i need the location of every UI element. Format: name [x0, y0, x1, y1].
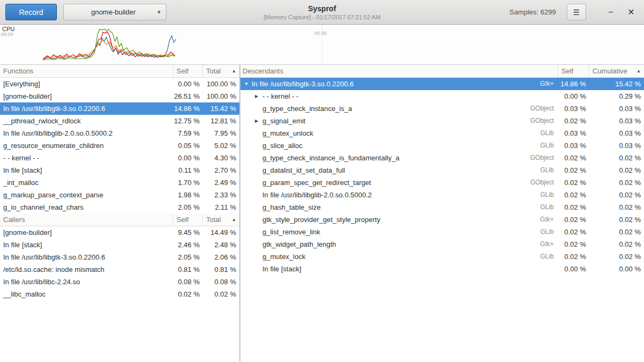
descendants-self-header-label: Self: [561, 65, 573, 77]
functions-total-column-header[interactable]: Total ▲: [203, 65, 239, 77]
descendant-row[interactable]: In file /usr/lib/libglib-2.0.so.0.5000.2…: [240, 189, 644, 201]
caller-total-value: 2.48 %: [203, 239, 239, 251]
functions-table-header: Functions Self Total ▲: [0, 65, 239, 78]
function-row[interactable]: In file /usr/lib/libgtk-3.so.0.2200.6 14…: [0, 102, 239, 115]
expander-icon[interactable]: ▶: [253, 90, 262, 102]
caller-row[interactable]: /etc/ld.so.cache: inode mismatch 0.81 % …: [0, 263, 239, 276]
caller-name: [gnome-builder]: [0, 226, 173, 239]
record-button[interactable]: Record: [5, 4, 57, 20]
descendant-cumulative-value: 0.02 %: [589, 213, 644, 226]
caller-row[interactable]: In file /usr/lib/libgtk-3.so.0.2200.6 2.…: [0, 251, 239, 263]
caller-row[interactable]: In file /usr/lib/libc-2.24.so 0.08 % 0.0…: [0, 276, 239, 288]
function-row[interactable]: In file [stack] 0.11 % 2.70 %: [0, 164, 239, 176]
descendant-cumulative-value: 0.02 %: [589, 238, 644, 250]
descendant-row[interactable]: g_type_check_instance_is_a GObject 0.03 …: [240, 102, 644, 115]
function-self-value: 1.98 %: [173, 189, 203, 201]
descendant-row[interactable]: gtk_style_provider_get_style_property Gt…: [240, 213, 644, 226]
descendant-name-cell: gtk_widget_path_length Gtk+: [240, 238, 558, 250]
cpu-timeline-graph[interactable]: CPU 00:00 00:30: [0, 25, 644, 65]
function-row[interactable]: __pthread_rwlock_rdlock 12.75 % 12.81 %: [0, 115, 239, 127]
descendant-cumulative-value: 0.02 %: [589, 201, 644, 213]
descendant-row[interactable]: gtk_widget_path_length Gtk+ 0.02 % 0.02 …: [240, 238, 644, 250]
menu-button[interactable]: ☰: [567, 4, 586, 20]
descendant-self-value: 0.02 %: [558, 226, 589, 238]
descendant-name: g_mutex_lock: [262, 250, 305, 263]
function-row[interactable]: _int_malloc 1.70 % 2.49 %: [0, 176, 239, 189]
descendant-row[interactable]: g_slice_alloc GLib 0.03 % 0.03 %: [240, 139, 644, 152]
functions-column-header[interactable]: Functions: [0, 65, 173, 77]
function-name: g_markup_parse_context_parse: [0, 189, 173, 201]
descendant-cumulative-value: 0.02 %: [589, 250, 644, 263]
descendant-name-cell: g_list_remove_link GLib: [240, 226, 558, 238]
caller-row[interactable]: In file [stack] 2.46 % 2.48 %: [0, 239, 239, 251]
category-label: Gtk+: [540, 78, 558, 90]
callers-self-column-header[interactable]: Self: [173, 213, 203, 226]
descendant-row[interactable]: In file [stack] 0.00 % 0.00 %: [240, 263, 644, 275]
function-row[interactable]: g_resource_enumerate_children 0.05 % 5.0…: [0, 139, 239, 152]
descendant-name: - - kernel - -: [262, 90, 298, 102]
functions-table: [Everything] 0.00 % 100.00 % [gnome-buil…: [0, 78, 239, 213]
descendant-name: gtk_widget_path_length: [262, 238, 336, 250]
caller-total-value: 14.49 %: [203, 226, 239, 239]
function-name: _int_malloc: [0, 176, 173, 189]
samples-count: Samples: 6299: [509, 8, 556, 16]
descendant-row[interactable]: g_list_remove_link GLib 0.02 % 0.02 %: [240, 226, 644, 238]
descendant-self-value: 0.03 %: [558, 102, 589, 115]
descendant-name-cell: ▼ In file /usr/lib/libgtk-3.so.0.2200.6 …: [240, 78, 558, 90]
descendant-row[interactable]: g_datalist_id_set_data_full GLib 0.02 % …: [240, 164, 644, 176]
process-selector-dropdown[interactable]: gnome-builder ▾: [63, 4, 166, 20]
callers-total-column-header[interactable]: Total ▲: [203, 213, 239, 226]
sort-arrow-icon: ▲: [232, 65, 236, 77]
descendant-name-cell: In file /usr/lib/libglib-2.0.so.0.5000.2…: [240, 189, 558, 201]
function-total-value: 100.00 %: [203, 90, 239, 102]
descendant-row[interactable]: g_hash_table_size GLib 0.02 % 0.02 %: [240, 201, 644, 213]
function-row[interactable]: [Everything] 0.00 % 100.00 %: [0, 78, 239, 90]
descendant-row[interactable]: g_mutex_unlock GLib 0.03 % 0.03 %: [240, 127, 644, 139]
process-selector-label: gnome-builder: [69, 8, 157, 16]
caller-self-value: 2.46 %: [173, 239, 203, 251]
profile-panes: Functions Self Total ▲ [Everything] 0.00…: [0, 65, 644, 361]
function-row[interactable]: - - kernel - - 0.00 % 4.30 %: [0, 152, 239, 164]
descendant-self-value: 0.02 %: [558, 176, 589, 189]
minimize-button[interactable]: −: [603, 5, 618, 20]
descendant-row[interactable]: g_mutex_lock GLib 0.02 % 0.02 %: [240, 250, 644, 263]
category-label: GObject: [530, 102, 558, 115]
expander-icon[interactable]: ▼: [243, 78, 252, 90]
descendant-row[interactable]: ▶ - - kernel - - 0.00 % 0.29 %: [240, 90, 644, 102]
category-label: GLib: [540, 250, 558, 263]
caller-row[interactable]: [gnome-builder] 9.45 % 14.49 %: [0, 226, 239, 239]
expander-icon[interactable]: ▶: [253, 115, 262, 127]
descendants-column-header[interactable]: Descendants: [240, 65, 558, 77]
caller-row[interactable]: __libc_malloc 0.02 % 0.02 %: [0, 288, 239, 300]
descendant-row[interactable]: ▼ In file /usr/lib/libgtk-3.so.0.2200.6 …: [240, 78, 644, 90]
caller-self-value: 9.45 %: [173, 226, 203, 239]
category-label: GObject: [530, 176, 558, 189]
descendant-name-cell: ▶ g_signal_emit GObject: [240, 115, 558, 127]
self-header-label: Self: [177, 65, 188, 77]
function-row[interactable]: g_io_channel_read_chars 2.05 % 2.11 %: [0, 201, 239, 213]
descendant-name: g_param_spec_get_redirect_target: [262, 176, 371, 189]
close-button[interactable]: ✕: [624, 5, 639, 20]
callers-total-header-label: Total: [206, 213, 221, 226]
caller-total-value: 0.02 %: [203, 288, 239, 300]
function-row[interactable]: In file /usr/lib/libglib-2.0.so.0.5000.2…: [0, 127, 239, 139]
callers-column-header[interactable]: Callers: [0, 213, 173, 226]
descendant-name-cell: ▶ - - kernel - -: [240, 90, 558, 102]
descendant-self-value: 0.03 %: [558, 127, 589, 139]
descendant-name: In file /usr/lib/libglib-2.0.so.0.5000.2: [262, 189, 372, 201]
function-row[interactable]: g_markup_parse_context_parse 1.98 % 2.33…: [0, 189, 239, 201]
callers-header-label: Callers: [3, 213, 25, 226]
descendant-row[interactable]: g_param_spec_get_redirect_target GObject…: [240, 176, 644, 189]
descendant-name-cell: g_mutex_lock GLib: [240, 250, 558, 263]
caller-self-value: 0.81 %: [173, 263, 203, 276]
callers-table: [gnome-builder] 9.45 % 14.49 % In file […: [0, 226, 239, 300]
descendant-row[interactable]: ▶ g_signal_emit GObject 0.02 % 0.03 %: [240, 115, 644, 127]
descendants-self-column-header[interactable]: Self: [558, 65, 589, 77]
descendant-name: g_type_check_instance_is_a: [262, 102, 352, 115]
hamburger-icon: ☰: [573, 8, 580, 17]
descendant-row[interactable]: g_type_check_instance_is_fundamentally_a…: [240, 152, 644, 164]
descendants-cumulative-column-header[interactable]: Cumulative ▲: [589, 65, 644, 77]
descendant-name: g_type_check_instance_is_fundamentally_a: [262, 152, 399, 164]
function-row[interactable]: [gnome-builder] 26.51 % 100.00 %: [0, 90, 239, 102]
functions-self-column-header[interactable]: Self: [173, 65, 203, 77]
